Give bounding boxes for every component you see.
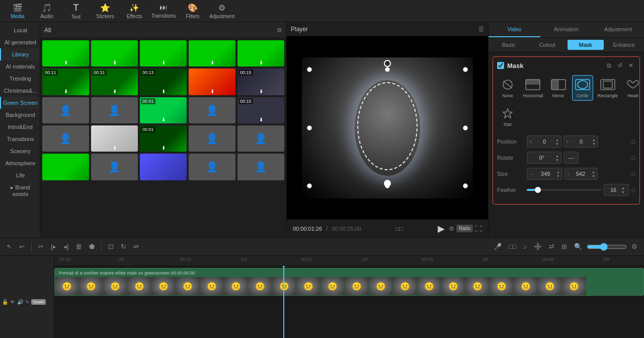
rotate-btn[interactable]: ↻	[118, 241, 129, 252]
mask-type-rectangle[interactable]: Rectangle	[596, 75, 620, 101]
toolbar-effects[interactable]: ✨ Effects	[121, 1, 148, 21]
ratio-button[interactable]: Ratio	[456, 225, 473, 232]
media-thumb[interactable]	[42, 154, 89, 180]
subtab-mask[interactable]: Mask	[568, 40, 604, 50]
split-btn[interactable]: ✂	[36, 241, 46, 252]
nav-atmosphere[interactable]: Atmosphere	[0, 157, 40, 169]
nav-trending[interactable]: Trending	[0, 73, 40, 85]
media-thumb[interactable]: 00:15 ⬇	[237, 69, 284, 95]
track-eye-icon[interactable]: 👁	[10, 299, 15, 305]
nav-christmas[interactable]: Christmas&...	[0, 85, 40, 97]
nav-brand-assets[interactable]: ▸ Brand assets	[0, 181, 40, 200]
media-thumb[interactable]: 00:13 ⬇	[140, 69, 187, 95]
media-thumb[interactable]: 👤	[237, 125, 284, 152]
mask-close-btn[interactable]: ✕	[626, 61, 635, 70]
size-h-input[interactable]	[571, 171, 591, 177]
mask-handle-tr[interactable]	[463, 67, 468, 72]
nav-transitions-left[interactable]: Transitions	[0, 133, 40, 145]
position-y-input[interactable]	[571, 139, 591, 145]
media-thumb[interactable]: 👤	[42, 97, 89, 123]
screen-record-btn[interactable]: ⊞	[559, 241, 570, 252]
size-h-field[interactable]: ↕ ▲ ▼	[565, 168, 598, 180]
media-thumb[interactable]: ⬇	[237, 40, 284, 66]
player-menu-icon[interactable]: ☰	[478, 26, 484, 33]
mask-enable-checkbox[interactable]	[497, 62, 504, 69]
mic-btn[interactable]: 🎤	[491, 241, 504, 252]
mask-btn[interactable]: ⬟	[87, 241, 97, 252]
media-thumb[interactable]: 👤	[189, 154, 235, 180]
feather-thumb[interactable]	[535, 187, 541, 193]
trim-left-btn[interactable]: [▸	[48, 241, 59, 252]
size-w-input[interactable]	[535, 171, 555, 177]
undo-btn[interactable]: ↩	[17, 241, 27, 252]
settings-btn[interactable]: ⚙	[629, 241, 640, 252]
track-edit-icon[interactable]: ✎	[25, 299, 29, 305]
subtab-enhance[interactable]: Enhance	[606, 40, 642, 50]
feather-input[interactable]	[606, 187, 620, 193]
settings-icon[interactable]: ⚙	[449, 225, 454, 232]
mask-type-star[interactable]: Star	[497, 104, 518, 129]
tab-video[interactable]: Video	[489, 22, 540, 37]
media-thumb[interactable]	[140, 154, 187, 180]
mask-type-heart[interactable]: Heart	[622, 75, 643, 101]
toolbar-stickers[interactable]: ⭐ Stickers	[92, 1, 119, 21]
mask-type-none[interactable]: None	[497, 75, 518, 101]
media-thumb[interactable]: 00:01 ⬇	[140, 97, 187, 123]
nav-background[interactable]: Background	[0, 109, 40, 121]
video-track-clip[interactable]: Portrait of a somber mature white male o…	[54, 268, 644, 296]
media-thumb[interactable]: ⬇	[91, 125, 138, 152]
media-thumb[interactable]: 👤	[91, 97, 138, 123]
media-thumb[interactable]: 00:15 ⬇	[237, 97, 284, 123]
position-x-field[interactable]: X ▲ ▼	[527, 136, 561, 148]
position-x-input[interactable]	[534, 139, 554, 145]
rotate-reset[interactable]: ◇	[631, 154, 635, 161]
add-clip-btn[interactable]: ➕	[531, 241, 544, 252]
subtab-cutout[interactable]: Cutout	[529, 40, 565, 50]
size-reset[interactable]: ◇	[631, 170, 635, 177]
nav-local[interactable]: Local	[0, 24, 40, 36]
toolbar-adjustment[interactable]: ⚙ Adjustment	[208, 1, 235, 21]
media-thumb[interactable]: 👤	[91, 154, 138, 180]
toolbar-media[interactable]: 🎬 Media	[4, 1, 31, 21]
mask-type-circle[interactable]: Circle	[572, 75, 593, 101]
select-tool[interactable]: ↖	[4, 241, 15, 252]
nav-green-screen[interactable]: Green Screen	[0, 97, 40, 109]
trim-right-btn[interactable]: ◂]	[61, 241, 71, 252]
feather-slider[interactable]	[527, 189, 602, 191]
add-audio-track[interactable]: ♪	[521, 241, 530, 252]
add-video-track[interactable]: □□	[506, 241, 519, 252]
nav-life[interactable]: Life	[0, 169, 40, 181]
mask-reset-btn[interactable]: ↺	[615, 61, 624, 70]
mask-type-mirror[interactable]: Mirror	[548, 75, 569, 101]
media-thumb[interactable]: 👤	[189, 97, 235, 123]
media-thumb[interactable]: ⬇	[189, 40, 235, 66]
toolbar-text[interactable]: T Text	[62, 1, 90, 21]
delete-btn[interactable]: 🗑	[73, 241, 85, 252]
toolbar-transitions[interactable]: ⏭ Transitions	[150, 1, 177, 21]
play-button[interactable]: ▶	[438, 223, 445, 234]
mask-type-horizontal[interactable]: Horizontal	[521, 75, 545, 101]
feather-reset[interactable]: ◇	[631, 186, 635, 193]
position-y-field[interactable]: Y ▲ ▼	[564, 136, 598, 148]
transition-btn[interactable]: ⇄	[546, 241, 557, 252]
track-lock-icon[interactable]: 🔓	[2, 299, 8, 305]
media-thumb[interactable]: ⬇	[189, 69, 235, 95]
media-thumb[interactable]: 00:31 ⬇	[91, 69, 138, 95]
media-thumb[interactable]: 00:01 ⬇	[140, 125, 187, 152]
subtab-basic[interactable]: Basic	[491, 40, 527, 50]
zoom-slider[interactable]	[587, 243, 627, 251]
crop-btn[interactable]: ⊡	[106, 241, 116, 252]
position-reset[interactable]: ◇	[631, 138, 635, 145]
rotate-field[interactable]: ▲ ▼	[527, 152, 561, 164]
nav-scenery[interactable]: Scenery	[0, 145, 40, 157]
tab-animation[interactable]: Animation	[540, 22, 592, 37]
toolbar-filters[interactable]: 🎨 Filters	[179, 1, 206, 21]
zoom-out-btn[interactable]: 🔍	[572, 241, 585, 252]
media-thumb[interactable]: 👤	[237, 154, 284, 180]
track-audio-icon[interactable]: 🔊	[17, 299, 23, 305]
nav-intro-end[interactable]: Intro&End	[0, 121, 40, 133]
tab-adjustment[interactable]: Adjustment	[592, 22, 644, 37]
nav-ai-materials[interactable]: AI materials	[0, 60, 40, 73]
filter-icon[interactable]: ⚙	[277, 27, 282, 34]
timeline-ruler[interactable]: 00:00 15f 00:01 15f 00:02 15f 00:03 15f …	[54, 256, 644, 266]
